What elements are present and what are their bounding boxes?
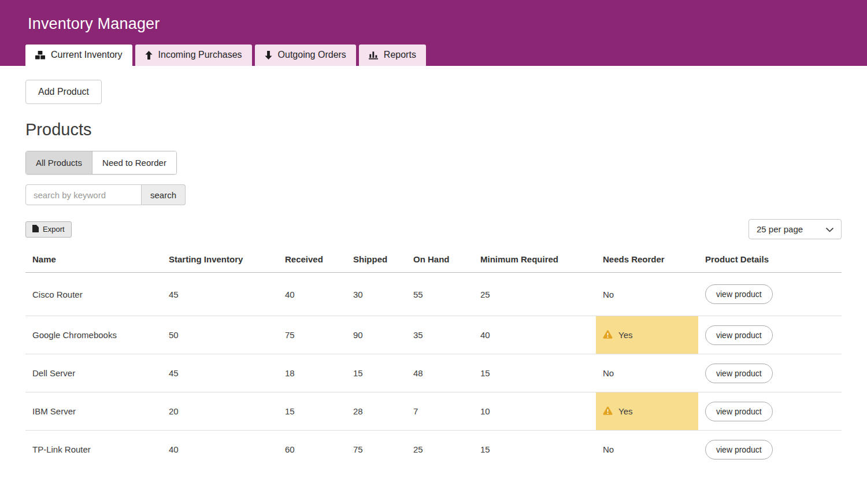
cell-name: Dell Server	[25, 354, 162, 392]
cell-name: Google Chromebooks	[25, 316, 162, 354]
needs-reorder-value: Yes	[618, 330, 632, 340]
view-product-button[interactable]: view product	[705, 364, 773, 383]
tab-incoming-purchases[interactable]: Incoming Purchases	[135, 45, 252, 66]
cell-shipped: 75	[346, 431, 406, 469]
cell-received: 15	[278, 392, 346, 431]
cell-product-details: view product	[698, 392, 842, 431]
cell-shipped: 28	[346, 392, 406, 431]
cell-starting: 40	[162, 431, 278, 469]
page-title: Products	[25, 120, 842, 139]
cell-needs-reorder: No	[596, 431, 698, 469]
filter-need-to-reorder-button[interactable]: Need to Reorder	[92, 151, 176, 174]
cell-received: 40	[278, 273, 346, 316]
cell-minimum-required: 10	[473, 392, 596, 431]
table-header-row: Name Starting Inventory Received Shipped…	[25, 250, 842, 273]
chevron-down-icon	[826, 224, 833, 234]
boxes-icon	[35, 51, 45, 60]
cell-starting: 20	[162, 392, 278, 431]
cell-minimum-required: 15	[473, 354, 596, 392]
file-icon	[32, 225, 39, 234]
export-button[interactable]: Export	[25, 221, 72, 238]
cell-received: 60	[278, 431, 346, 469]
cell-shipped: 90	[346, 316, 406, 354]
app-header: Inventory Manager Current Inventory Inco…	[0, 0, 867, 66]
products-table: Name Starting Inventory Received Shipped…	[25, 250, 842, 469]
cell-name: Cisco Router	[25, 273, 162, 316]
cell-shipped: 15	[346, 354, 406, 392]
cell-needs-reorder: No	[596, 273, 698, 316]
column-header-minimum-required: Minimum Required	[473, 250, 596, 273]
cell-starting: 50	[162, 316, 278, 354]
table-row: IBM Server 20 15 28 7 10	[25, 392, 842, 431]
tab-outgoing-orders[interactable]: Outgoing Orders	[255, 45, 356, 66]
search-input[interactable]	[25, 184, 142, 205]
cell-on-hand: 25	[406, 431, 473, 469]
cell-product-details: view product	[698, 273, 842, 316]
per-page-value: 25 per page	[757, 224, 803, 234]
export-label: Export	[43, 225, 65, 234]
tab-label: Reports	[384, 50, 416, 60]
table-row: Dell Server 45 18 15 48 15 No view produ…	[25, 354, 842, 392]
search-button[interactable]: search	[142, 184, 186, 205]
cell-needs-reorder: No	[596, 354, 698, 392]
warning-icon	[603, 406, 613, 417]
cell-product-details: view product	[698, 316, 842, 354]
column-header-on-hand: On Hand	[406, 250, 473, 273]
cell-starting: 45	[162, 354, 278, 392]
bar-chart-icon	[369, 51, 378, 60]
view-product-button[interactable]: view product	[705, 284, 773, 304]
cell-minimum-required: 25	[473, 273, 596, 316]
view-product-button[interactable]: view product	[705, 402, 773, 421]
arrow-down-icon	[265, 51, 272, 60]
view-product-button[interactable]: view product	[705, 440, 773, 459]
tab-strip: Current Inventory Incoming Purchases Out…	[25, 45, 426, 66]
table-row: Cisco Router 45 40 30 55 25 No view prod…	[25, 273, 842, 316]
cell-product-details: view product	[698, 354, 842, 392]
tab-current-inventory[interactable]: Current Inventory	[25, 45, 132, 66]
tab-label: Incoming Purchases	[158, 50, 242, 60]
cell-on-hand: 7	[406, 392, 473, 431]
cell-name: IBM Server	[25, 392, 162, 431]
column-header-name: Name	[25, 250, 162, 273]
column-header-shipped: Shipped	[346, 250, 406, 273]
tab-label: Outgoing Orders	[278, 50, 346, 60]
cell-name: TP-Link Router	[25, 431, 162, 469]
view-product-button[interactable]: view product	[705, 325, 773, 345]
column-header-received: Received	[278, 250, 346, 273]
column-header-product-details: Product Details	[698, 250, 842, 273]
product-filter-toggle: All Products Need to Reorder	[25, 151, 177, 175]
cell-shipped: 30	[346, 273, 406, 316]
tab-reports[interactable]: Reports	[359, 45, 426, 66]
arrow-up-icon	[145, 51, 153, 60]
column-header-needs-reorder: Needs Reorder	[596, 250, 698, 273]
cell-on-hand: 35	[406, 316, 473, 354]
column-header-starting-inventory: Starting Inventory	[162, 250, 278, 273]
cell-received: 18	[278, 354, 346, 392]
app-title: Inventory Manager	[0, 0, 867, 33]
add-product-button[interactable]: Add Product	[25, 80, 102, 104]
table-row: Google Chromebooks 50 75 90 35 40	[25, 316, 842, 354]
cell-received: 75	[278, 316, 346, 354]
warning-icon	[603, 330, 613, 340]
cell-product-details: view product	[698, 431, 842, 469]
filter-all-products-button[interactable]: All Products	[26, 151, 92, 174]
main-content: Add Product Products All Products Need t…	[0, 66, 867, 469]
table-row: TP-Link Router 40 60 75 25 15 No view pr…	[25, 431, 842, 469]
cell-minimum-required: 15	[473, 431, 596, 469]
cell-minimum-required: 40	[473, 316, 596, 354]
cell-on-hand: 48	[406, 354, 473, 392]
cell-on-hand: 55	[406, 273, 473, 316]
cell-needs-reorder: Yes	[596, 316, 698, 354]
search-row: search	[25, 184, 842, 205]
table-toolbar: Export 25 per page	[25, 219, 842, 239]
cell-needs-reorder: Yes	[596, 392, 698, 431]
cell-starting: 45	[162, 273, 278, 316]
needs-reorder-value: Yes	[618, 406, 632, 416]
per-page-select[interactable]: 25 per page	[749, 219, 842, 239]
tab-label: Current Inventory	[51, 50, 123, 60]
